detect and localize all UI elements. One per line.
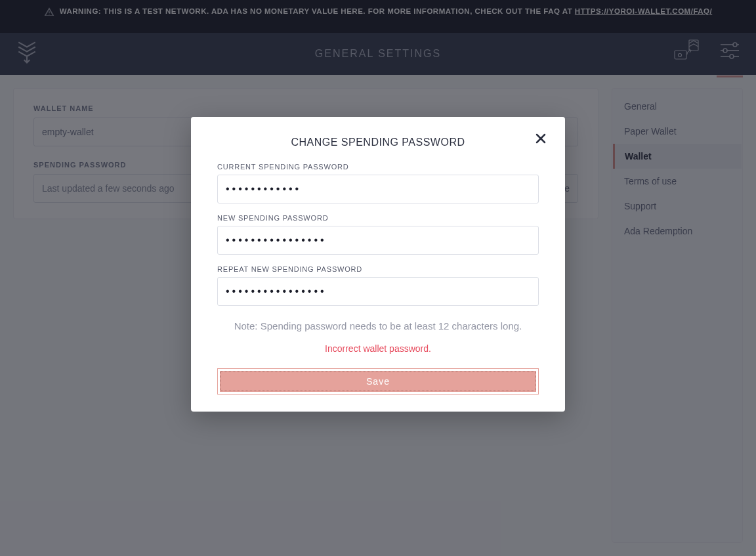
modal-overlay: CHANGE SPENDING PASSWORD CURRENT SPENDIN… [0, 0, 756, 556]
dialog-error: Incorrect wallet password. [217, 343, 539, 354]
dialog-note: Note: Spending password needs to be at l… [217, 320, 539, 331]
close-icon[interactable] [535, 133, 547, 147]
new-password-group: NEW SPENDING PASSWORD [217, 214, 539, 255]
new-password-input[interactable] [217, 226, 539, 255]
current-password-input[interactable] [217, 175, 539, 203]
save-button[interactable]: Save [217, 368, 539, 395]
current-password-label: CURRENT SPENDING PASSWORD [217, 163, 539, 171]
current-password-group: CURRENT SPENDING PASSWORD [217, 163, 539, 203]
dialog-title: CHANGE SPENDING PASSWORD [217, 137, 539, 148]
repeat-password-label: REPEAT NEW SPENDING PASSWORD [217, 265, 539, 273]
change-password-dialog: CHANGE SPENDING PASSWORD CURRENT SPENDIN… [191, 117, 565, 412]
repeat-password-input[interactable] [217, 277, 539, 306]
new-password-label: NEW SPENDING PASSWORD [217, 214, 539, 222]
repeat-password-group: REPEAT NEW SPENDING PASSWORD [217, 265, 539, 306]
